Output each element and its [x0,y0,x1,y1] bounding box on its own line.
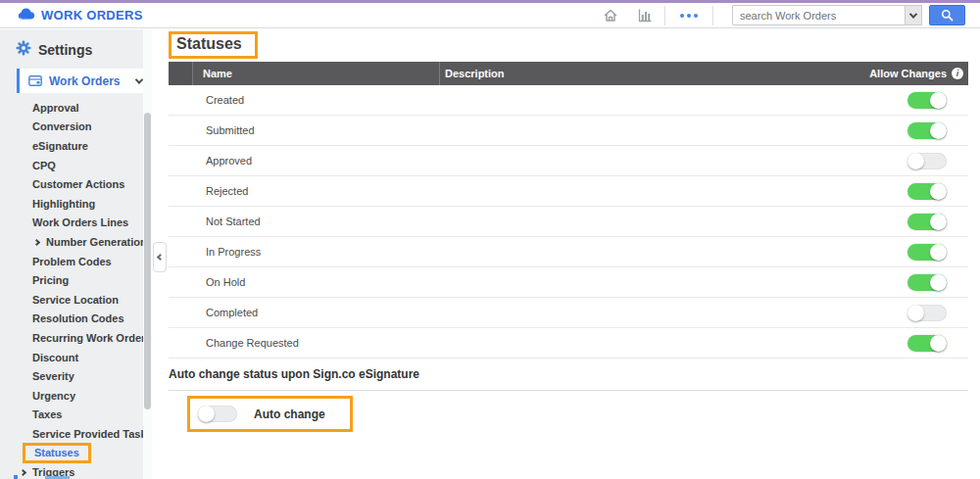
sidebar-item-recurring-work-orders[interactable]: Recurring Work Orders [0,328,152,348]
sidebar-item-label: Customer Actions [32,178,124,190]
statuses-title-highlight: Statuses [169,31,258,59]
sidebar-item-work-orders-lines[interactable]: Work Orders Lines [0,214,152,233]
chevron-down-icon [909,10,917,18]
search-scope-dropdown[interactable] [905,5,922,25]
status-name-cell: Created [193,94,439,106]
allow-changes-toggle[interactable] [907,183,947,200]
settings-header: Settings [0,29,152,69]
toggle-knob [930,122,947,139]
table-row: Not Started [169,207,968,237]
search-button[interactable] [929,5,965,25]
toggle-knob [930,183,947,200]
sidebar-item-approval[interactable]: Approval [0,98,152,118]
sidebar-item-label: Pricing [32,274,69,286]
sidebar-scrollbar[interactable] [143,29,152,479]
sidebar-item-label: Recurring Work Orders [32,332,151,344]
allow-changes-toggle[interactable] [907,274,947,291]
toggle-knob [930,244,947,261]
status-name-cell: Submitted [193,124,439,136]
sidebar-item-label: CPQ [32,160,56,171]
sidebar-item-cpq[interactable]: CPQ [0,156,152,175]
toolbar-divider [712,6,713,25]
sidebar-item-service-provided-tasks[interactable]: Service Provided Tasks [0,424,152,444]
sidebar-item-label: Service Location [32,294,119,306]
sidebar-item-pricing[interactable]: Pricing [0,270,152,290]
global-search [732,5,965,25]
sidebar-item-number-generation[interactable]: Number Generation [0,232,152,252]
sidebar-item-service-location[interactable]: Service Location [0,290,152,310]
sidebar-gutter [152,29,169,479]
chevron-right-icon [33,239,40,246]
search-icon [941,9,954,22]
toolbar-divider [664,6,665,25]
toggle-knob [930,335,947,352]
sidebar-item-work-orders[interactable]: Work Orders [17,69,152,93]
sidebar-item-taxes[interactable]: Taxes [0,406,152,425]
sidebar-item-problem-codes[interactable]: Problem Codes [0,252,152,271]
app-logo[interactable]: WORK ORDERS [18,7,143,24]
toggle-knob [907,153,924,169]
more-options-icon[interactable] [674,14,704,18]
allow-changes-toggle[interactable] [907,92,947,109]
status-name-cell: Completed [193,307,439,318]
allow-changes-toggle[interactable] [907,214,947,230]
sidebar-item-label: Approval [32,102,79,114]
allow-changes-toggle[interactable] [907,244,947,261]
sidebar-item-resolution-codes[interactable]: Resolution Codes [0,310,152,329]
cloud-logo-icon [18,7,35,24]
page-title: Statuses [176,35,242,52]
sidebar-item-triggers[interactable]: Triggers [0,462,152,479]
allow-changes-toggle[interactable] [907,335,947,352]
status-name-cell: Change Requested [193,337,439,349]
gear-icon [16,40,31,60]
allow-changes-toggle[interactable] [907,305,947,321]
sidebar-item-statuses[interactable]: Statuses [0,444,152,463]
sidebar-item-label: Work Orders [49,74,120,88]
allow-changes-cell [821,214,968,230]
sidebar-item-label: Problem Codes [32,256,112,267]
toggle-knob [930,274,947,291]
info-icon[interactable]: i [952,68,963,79]
allow-changes-toggle[interactable] [907,153,947,169]
chart-icon[interactable] [634,7,656,24]
chevron-left-icon [156,254,163,261]
allow-changes-cell [821,274,968,291]
top-bar: WORK ORDERS [0,3,980,28]
allow-changes-cell [821,183,968,200]
sidebar-item-label: Work Orders Lines [32,216,128,228]
sidebar-item-label: Discount [32,352,78,363]
sidebar-item-severity[interactable]: Severity [0,366,152,386]
table-row: In Progress [169,237,968,267]
auto-change-label: Auto change [254,407,325,421]
auto-change-highlight: Auto change [187,396,353,432]
sidebar-list: ApprovalConversioneSignatureCPQCustomer … [0,98,152,479]
sidebar-item-esignature[interactable]: eSignature [0,136,152,156]
sidebar-item-label: Number Generation [46,236,147,248]
sidebar-item-urgency[interactable]: Urgency [0,386,152,406]
table-header: Name Description Allow Changes i [169,62,968,85]
column-header-allow-changes: Allow Changes i [821,68,968,79]
esignature-section-title: Auto change status upon Sign.co eSignatu… [169,367,968,391]
sidebar-item-conversion[interactable]: Conversion [0,118,152,137]
allow-changes-toggle[interactable] [907,122,947,139]
table-row: Change Requested [169,328,968,359]
sidebar-item-label: Severity [32,370,74,382]
sidebar-item-discount[interactable]: Discount [0,348,152,367]
allow-changes-cell [821,305,968,321]
scrollbar-thumb[interactable] [144,113,151,409]
auto-change-toggle[interactable] [198,406,237,422]
home-icon[interactable] [600,7,621,24]
sidebar-item-label: Taxes [32,408,62,420]
search-input[interactable] [732,5,905,25]
sidebar-item-customer-actions[interactable]: Customer Actions [0,174,152,194]
table-row: Approved [169,146,968,176]
status-name-cell: Approved [193,155,439,167]
table-header-spacer [169,62,193,85]
toggle-knob [930,214,947,230]
settings-title: Settings [38,42,92,58]
work-orders-card-icon [28,72,42,90]
sidebar-item-highlighting[interactable]: Highlighting [0,194,152,214]
main-content: Statuses Name Description Allow Changes … [169,29,980,479]
status-name-cell: In Progress [193,246,439,258]
sidebar-collapse-button[interactable] [153,242,167,272]
